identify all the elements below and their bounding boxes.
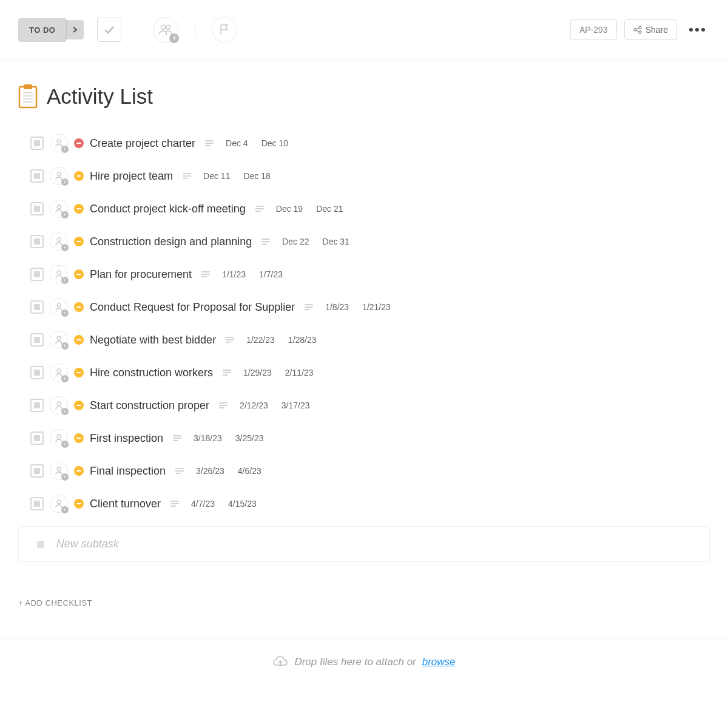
assignee-button[interactable]: + [50, 462, 68, 480]
priority-indicator[interactable] [74, 138, 84, 148]
end-date[interactable]: Dec 18 [243, 171, 270, 181]
end-date[interactable]: 1/28/23 [288, 335, 317, 345]
description-icon[interactable] [170, 501, 179, 507]
svg-point-0 [161, 25, 166, 30]
start-date[interactable]: Dec 4 [226, 138, 248, 148]
assignee-button[interactable]: + [50, 495, 68, 513]
priority-indicator[interactable] [74, 368, 84, 377]
priority-indicator[interactable] [74, 237, 84, 246]
description-icon[interactable] [305, 304, 313, 310]
priority-indicator[interactable] [74, 171, 84, 181]
task-title[interactable]: Construction design and planning [90, 235, 252, 248]
end-date[interactable]: Dec 21 [316, 204, 343, 214]
priority-indicator[interactable] [74, 204, 84, 214]
complete-button[interactable] [97, 18, 121, 42]
task-checkbox[interactable] [30, 431, 44, 445]
priority-button[interactable] [212, 17, 237, 42]
end-date[interactable]: 3/25/23 [235, 433, 264, 443]
task-title[interactable]: Hire project team [90, 170, 173, 183]
task-title[interactable]: First inspection [90, 432, 163, 445]
assignee-button[interactable]: + [50, 396, 68, 414]
task-checkbox[interactable] [30, 464, 44, 478]
description-icon[interactable] [173, 435, 181, 441]
start-date[interactable]: 2/12/23 [240, 401, 268, 410]
task-checkbox[interactable] [30, 497, 44, 510]
assignee-button[interactable]: + [50, 298, 68, 316]
description-icon[interactable] [205, 140, 214, 146]
end-date[interactable]: 1/7/23 [259, 269, 283, 279]
task-checkbox[interactable] [30, 399, 44, 412]
end-date[interactable]: 4/15/23 [228, 499, 257, 509]
end-date[interactable]: 2/11/23 [285, 368, 314, 377]
assignee-add-button[interactable]: + [153, 17, 178, 42]
drop-area[interactable]: Drop files here to attach or browse [0, 638, 728, 686]
description-icon[interactable] [223, 370, 231, 376]
priority-indicator[interactable] [74, 335, 84, 345]
assignee-button[interactable]: + [50, 429, 68, 447]
task-title[interactable]: Conduct Request for Proposal for Supplie… [90, 301, 295, 314]
task-title[interactable]: Conduct project kick-off meeting [90, 203, 246, 215]
assignee-button[interactable]: + [50, 167, 68, 185]
description-icon[interactable] [201, 271, 210, 277]
task-checkbox[interactable] [30, 235, 44, 248]
priority-indicator[interactable] [74, 466, 84, 476]
status-button[interactable]: TO DO [18, 18, 66, 42]
cloud-upload-icon [272, 655, 288, 669]
end-date[interactable]: Dec 10 [261, 138, 288, 148]
task-title[interactable]: Plan for procurement [90, 268, 192, 281]
start-date[interactable]: Dec 11 [203, 171, 230, 181]
description-icon[interactable] [255, 206, 264, 212]
task-title[interactable]: Start construction proper [90, 399, 209, 412]
task-title[interactable]: Client turnover [90, 498, 161, 510]
priority-indicator[interactable] [74, 269, 84, 279]
assignee-button[interactable]: + [50, 200, 68, 218]
page-title[interactable]: Activity List [47, 84, 153, 109]
status-next-button[interactable] [66, 20, 84, 39]
task-checkbox[interactable] [30, 300, 44, 314]
end-date[interactable]: 4/6/23 [238, 466, 261, 476]
start-date[interactable]: 1/22/23 [246, 335, 275, 345]
task-title[interactable]: Final inspection [90, 465, 166, 478]
start-date[interactable]: 1/8/23 [325, 302, 349, 312]
start-date[interactable]: 4/7/23 [191, 499, 215, 509]
more-button[interactable] [684, 23, 710, 36]
priority-indicator[interactable] [74, 302, 84, 312]
priority-indicator[interactable] [74, 401, 84, 410]
priority-indicator[interactable] [74, 499, 84, 509]
task-checkbox[interactable] [30, 333, 44, 347]
new-subtask-input[interactable] [56, 538, 691, 550]
description-icon[interactable] [219, 402, 228, 408]
add-checklist-button[interactable]: + ADD CHECKLIST [18, 598, 710, 607]
end-date[interactable]: 1/21/23 [362, 302, 391, 312]
description-icon[interactable] [175, 468, 184, 474]
browse-link[interactable]: browse [422, 656, 456, 668]
start-date[interactable]: Dec 19 [276, 204, 303, 214]
description-icon[interactable] [261, 238, 270, 245]
new-subtask-row[interactable] [18, 526, 710, 562]
assignee-button[interactable]: + [50, 134, 68, 152]
share-button[interactable]: Share [624, 19, 677, 40]
assignee-button[interactable]: + [50, 232, 68, 251]
task-checkbox[interactable] [30, 366, 44, 379]
assignee-button[interactable]: + [50, 331, 68, 349]
task-checkbox[interactable] [30, 169, 44, 183]
description-icon[interactable] [183, 173, 191, 179]
task-title[interactable]: Negotiate with best bidder [90, 334, 216, 347]
start-date[interactable]: 1/29/23 [243, 368, 272, 377]
start-date[interactable]: 1/1/23 [222, 269, 246, 279]
task-title[interactable]: Hire construction workers [90, 367, 213, 379]
end-date[interactable]: 3/17/23 [281, 401, 310, 410]
start-date[interactable]: 3/26/23 [196, 466, 224, 476]
description-icon[interactable] [226, 337, 234, 343]
start-date[interactable]: Dec 22 [282, 237, 309, 246]
start-date[interactable]: 3/18/23 [194, 433, 222, 443]
task-checkbox[interactable] [30, 268, 44, 281]
task-title[interactable]: Create project charter [90, 137, 195, 150]
task-checkbox[interactable] [30, 202, 44, 215]
task-checkbox[interactable] [30, 137, 44, 150]
assignee-button[interactable]: + [50, 265, 68, 283]
assignee-button[interactable]: + [50, 364, 68, 382]
end-date[interactable]: Dec 31 [323, 237, 349, 246]
priority-indicator[interactable] [74, 433, 84, 443]
task-id-badge[interactable]: AP-293 [570, 19, 617, 40]
